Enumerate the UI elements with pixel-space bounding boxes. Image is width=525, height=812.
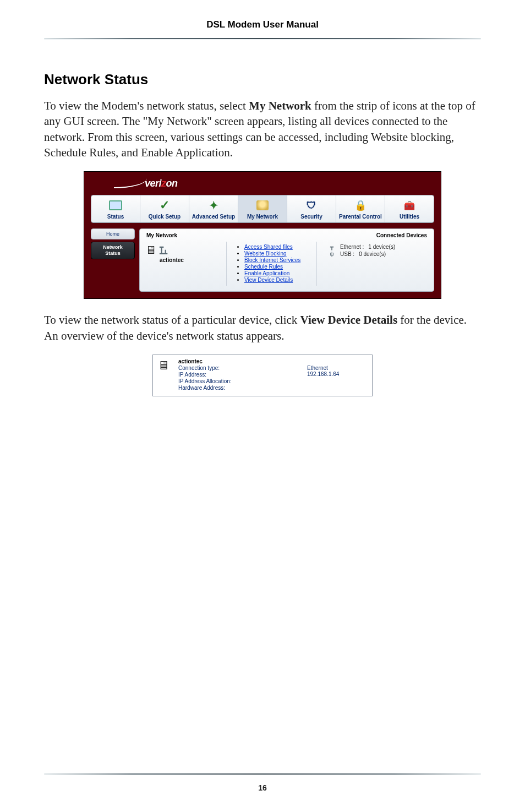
- device-block: ┳┻┻ actiontec: [144, 242, 227, 286]
- section-heading: Network Status: [44, 71, 481, 88]
- device-name: actiontec: [160, 257, 184, 263]
- check-icon: [157, 199, 172, 212]
- paragraph-2: To view the network status of a particul…: [44, 312, 481, 344]
- link-access-shared-files[interactable]: Access Shared files: [244, 244, 293, 250]
- detail-label: Connection type:: [178, 365, 307, 371]
- panel-row: ┳┻┻ actiontec Access Shared files Websit…: [144, 242, 429, 286]
- tab-advanced-setup[interactable]: Advanced Setup: [189, 195, 238, 222]
- list-item: View Device Details: [244, 277, 312, 283]
- lock-icon: [353, 199, 368, 212]
- tab-label: Security: [300, 214, 322, 220]
- ethernet-icon: ┳: [328, 244, 336, 250]
- para2-bold: View Device Details: [300, 313, 398, 326]
- toolbox-icon: [402, 199, 417, 212]
- list-item: Website Blocking: [244, 250, 312, 257]
- computer-icon: 🖥: [157, 358, 173, 391]
- conn-usb-value: 0 device(s): [359, 251, 386, 257]
- usb-icon: ψ: [328, 251, 336, 257]
- tab-utilities[interactable]: Utilities: [385, 195, 434, 222]
- tab-label: Parental Control: [339, 214, 382, 220]
- panel-header: My Network Connected Devices: [144, 231, 429, 242]
- sidebar-item-network-status[interactable]: Network Status: [91, 242, 135, 259]
- detail-label: Hardware Address:: [178, 385, 307, 391]
- tab-strip: Status Quick Setup Advanced Setup My Net…: [91, 195, 434, 223]
- link-block-internet-services[interactable]: Block Internet Services: [244, 257, 300, 263]
- para1-pre: To view the Modem's network status, sele…: [44, 99, 249, 112]
- tab-parental-control[interactable]: Parental Control: [336, 195, 385, 222]
- page-footer: 16: [44, 773, 481, 792]
- page-header: DSL Modem User Manual: [44, 19, 481, 38]
- logo-swoosh-icon: [114, 178, 147, 188]
- shield-icon: [304, 199, 319, 212]
- gui-logo-row: verizon: [84, 172, 441, 195]
- device-detail-screenshot: 🖥 actiontec Connection type: IP Address:…: [152, 355, 373, 396]
- tab-label: Status: [107, 214, 124, 220]
- links-block: Access Shared files Website Blocking Blo…: [234, 242, 317, 286]
- detail-value: Ethernet: [307, 365, 368, 371]
- tab-label: Quick Setup: [149, 214, 181, 220]
- tab-label: My Network: [247, 214, 278, 220]
- paragraph-1: To view the Modem's network status, sele…: [44, 98, 481, 160]
- device-icons: [145, 244, 156, 257]
- monitor-icon: [108, 199, 123, 212]
- detail-label: IP Address Allocation:: [178, 378, 307, 384]
- gui-body: Home Network Status My Network Connected…: [91, 228, 434, 292]
- link-enable-application[interactable]: Enable Application: [244, 270, 289, 276]
- brand-prefix: veri: [145, 178, 161, 189]
- conn-eth-value: 1 device(s): [368, 244, 395, 250]
- para1-bold: My Network: [249, 99, 311, 112]
- para2-pre: To view the network status of a particul…: [44, 313, 300, 326]
- conn-row-ethernet: ┳ Ethernet : 1 device(s): [328, 244, 426, 250]
- conn-usb-label: USB :: [340, 251, 354, 257]
- sidebar-item-home[interactable]: Home: [91, 228, 135, 239]
- brand-suffix: on: [166, 178, 178, 189]
- tab-label: Utilities: [400, 214, 419, 220]
- panel-title-left: My Network: [146, 232, 177, 238]
- computer-icon: [145, 244, 156, 257]
- header-divider: [44, 38, 481, 39]
- page-number: 16: [44, 783, 481, 792]
- tab-quick-setup[interactable]: Quick Setup: [140, 195, 189, 222]
- gui-screenshot: verizon Status Quick Setup Advanced Setu…: [84, 171, 441, 299]
- detail-value: 192.168.1.64: [307, 371, 368, 377]
- gear-icon: [206, 199, 221, 212]
- connected-devices-block: ┳ Ethernet : 1 device(s) ψ USB : 0 devic…: [325, 242, 429, 286]
- detail-label: IP Address:: [178, 372, 307, 378]
- link-schedule-rules[interactable]: Schedule Rules: [244, 264, 283, 270]
- brand-logo: verizon: [145, 178, 178, 189]
- sidebar: Home Network Status: [91, 228, 135, 292]
- list-item: Access Shared files: [244, 244, 312, 250]
- conn-eth-label: Ethernet :: [340, 244, 364, 250]
- brand-mid: z: [161, 178, 166, 189]
- conn-row-usb: ψ USB : 0 device(s): [328, 251, 426, 257]
- link-website-blocking[interactable]: Website Blocking: [244, 250, 287, 257]
- detail-labels-col: actiontec Connection type: IP Address: I…: [178, 358, 307, 391]
- tab-status[interactable]: Status: [91, 195, 140, 222]
- tab-security[interactable]: Security: [287, 195, 336, 222]
- tab-my-network[interactable]: My Network: [238, 195, 287, 222]
- sidebar-net-line1: Network: [103, 244, 123, 250]
- list-item: Enable Application: [244, 270, 312, 276]
- detail-values-col: Ethernet 192.168.1.64: [307, 358, 368, 391]
- detail-device-name: actiontec: [178, 358, 307, 364]
- link-view-device-details[interactable]: View Device Details: [244, 277, 293, 283]
- footer-divider: [44, 773, 481, 775]
- panel-title-right: Connected Devices: [376, 232, 427, 238]
- network-icon: [255, 199, 270, 212]
- list-item: Schedule Rules: [244, 264, 312, 270]
- list-item: Block Internet Services: [244, 257, 312, 263]
- detail-columns: actiontec Connection type: IP Address: I…: [178, 358, 368, 391]
- tab-label: Advanced Setup: [192, 214, 235, 220]
- sidebar-net-line2: Status: [105, 250, 121, 256]
- ethernet-port-icon: ┳┻┻: [160, 244, 184, 257]
- main-panel: My Network Connected Devices ┳┻┻ actiont…: [139, 228, 434, 292]
